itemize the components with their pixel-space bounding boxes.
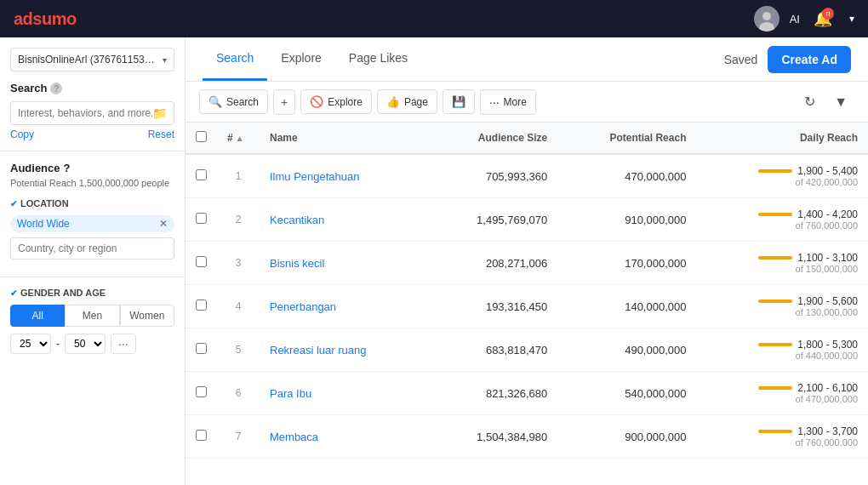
notification-bell[interactable]: 🔔 n xyxy=(810,6,836,31)
daily-of: of 420,000,000 xyxy=(796,177,858,187)
gender-age-section: ✔ GENDER AND AGE All Men Women 25182135 … xyxy=(0,288,185,354)
age-more-button[interactable]: ··· xyxy=(111,334,136,354)
table-row: 1 Ilmu Pengetahuan 705,993,360 470,000,0… xyxy=(186,154,868,198)
row-name[interactable]: Rekreasi luar ruang xyxy=(260,328,427,372)
select-all-checkbox[interactable] xyxy=(196,131,207,142)
row-num: 4 xyxy=(217,285,260,328)
row-name[interactable]: Ilmu Pengetahuan xyxy=(260,154,427,198)
avatar[interactable] xyxy=(754,6,779,31)
row-checkbox-cell xyxy=(186,198,217,242)
row-daily-reach: 1,800 - 5,300 of 440,000,000 xyxy=(696,328,868,372)
reach-bar xyxy=(758,213,792,216)
account-selector[interactable]: BisnisOnlineArl (3767611530948... ▾ xyxy=(10,48,174,71)
age-to-select[interactable]: 50354565 xyxy=(65,334,106,354)
row-name[interactable]: Membaca xyxy=(260,415,427,459)
row-checkbox[interactable] xyxy=(196,213,207,224)
row-checkbox-cell xyxy=(186,242,217,285)
row-name[interactable]: Bisnis kecil xyxy=(260,242,427,285)
row-num: 1 xyxy=(217,154,260,198)
search-label: Search ? xyxy=(10,82,174,94)
row-checkbox-cell xyxy=(186,415,217,459)
row-name[interactable]: Kecantikan xyxy=(260,198,427,242)
row-num: 2 xyxy=(217,198,260,242)
toolbar-save-button[interactable]: 💾 xyxy=(443,89,475,114)
svg-point-1 xyxy=(762,12,771,20)
notification-badge: n xyxy=(822,8,834,20)
row-num: 6 xyxy=(217,372,260,415)
th-potential-reach[interactable]: Potential Reach xyxy=(557,123,696,154)
daily-of: of 130,000,000 xyxy=(796,307,858,317)
toolbar-explore-button[interactable]: 🚫 Explore xyxy=(300,89,372,114)
gender-all-button[interactable]: All xyxy=(10,305,65,327)
row-checkbox[interactable] xyxy=(196,169,207,180)
gender-arrow-icon: ✔ xyxy=(10,288,17,298)
saved-button[interactable]: Saved xyxy=(724,53,758,66)
th-checkbox xyxy=(186,123,217,154)
app-logo: adsumo xyxy=(14,9,77,29)
th-daily-reach[interactable]: Daily Reach xyxy=(696,123,868,154)
row-audience-size: 683,818,470 xyxy=(427,328,557,372)
age-row: 25182135 - 50354565 ··· xyxy=(10,334,174,354)
location-arrow-icon: ✔ xyxy=(10,199,17,208)
thumbsup-icon: 👍 xyxy=(386,95,400,108)
country-input[interactable] xyxy=(10,237,174,260)
row-checkbox-cell xyxy=(186,154,217,198)
gender-men-button[interactable]: Men xyxy=(65,305,119,327)
gender-buttons: All Men Women xyxy=(10,305,174,327)
divider-2 xyxy=(0,277,185,277)
toolbar-add-button[interactable]: + xyxy=(273,89,295,115)
row-name[interactable]: Penerbangan xyxy=(260,285,427,328)
toolbar-filter-button[interactable]: ▼ xyxy=(827,89,854,115)
audience-help-icon: ? xyxy=(64,162,71,174)
reset-button[interactable]: Reset xyxy=(148,128,174,140)
interest-search-input[interactable] xyxy=(18,107,152,119)
toolbar-search-button[interactable]: 🔍 Search xyxy=(199,89,268,114)
reach-bar xyxy=(758,386,792,390)
daily-range: 1,800 - 5,300 xyxy=(797,339,858,351)
row-num: 5 xyxy=(217,328,260,372)
tab-search[interactable]: Search xyxy=(203,37,267,81)
audience-reach: Potential Reach 1,500,000,000 people xyxy=(10,178,174,188)
table-row: 6 Para Ibu 821,326,680 540,000,000 2,100… xyxy=(186,372,868,415)
daily-range: 1,900 - 5,400 xyxy=(797,165,858,177)
location-tag: World Wide ✕ xyxy=(10,215,174,232)
th-audience-size[interactable]: Audience Size xyxy=(427,123,557,154)
toolbar: 🔍 Search + 🚫 Explore 👍 Page 💾 ··· More ↻ xyxy=(186,82,868,123)
toolbar-more-button[interactable]: ··· More xyxy=(480,89,536,115)
results-table: #▲ Name Audience Size Potential Reach Da… xyxy=(186,123,868,459)
th-name[interactable]: Name xyxy=(260,123,427,154)
filter-icon: ▼ xyxy=(834,94,848,109)
gender-women-button[interactable]: Women xyxy=(120,305,174,327)
tab-explore[interactable]: Explore xyxy=(267,37,334,81)
daily-range: 2,100 - 6,100 xyxy=(797,382,858,394)
row-daily-reach: 1,900 - 5,400 of 420,000,000 xyxy=(696,154,868,198)
copy-button[interactable]: Copy xyxy=(10,128,34,140)
create-ad-button[interactable]: Create Ad xyxy=(768,46,851,73)
toolbar-refresh-button[interactable]: ↻ xyxy=(797,88,822,115)
row-potential-reach: 470,000,000 xyxy=(557,154,696,198)
table-body: 1 Ilmu Pengetahuan 705,993,360 470,000,0… xyxy=(186,154,868,459)
age-from-select[interactable]: 25182135 xyxy=(10,334,51,354)
tab-page-likes[interactable]: Page Likes xyxy=(335,37,421,81)
daily-range: 1,100 - 3,100 xyxy=(797,252,858,264)
th-num[interactable]: #▲ xyxy=(217,123,260,154)
row-checkbox[interactable] xyxy=(196,386,207,397)
daily-of: of 440,000,000 xyxy=(796,351,858,361)
search-help-icon: ? xyxy=(50,83,62,94)
row-checkbox[interactable] xyxy=(196,256,207,267)
account-chevron-icon: ▾ xyxy=(163,55,167,65)
row-daily-reach: 1,300 - 3,700 of 760,000,000 xyxy=(696,415,868,459)
folder-icon[interactable]: 📁 xyxy=(152,106,167,120)
row-checkbox[interactable] xyxy=(196,343,207,354)
toolbar-page-button[interactable]: 👍 Page xyxy=(377,89,437,114)
table-header: #▲ Name Audience Size Potential Reach Da… xyxy=(186,123,868,154)
nav-chevron-icon[interactable]: ▾ xyxy=(849,13,854,25)
reach-bar xyxy=(758,169,792,173)
row-checkbox[interactable] xyxy=(196,430,207,441)
location-section: ✔ LOCATION World Wide ✕ xyxy=(0,198,185,266)
reach-bar xyxy=(758,256,792,260)
location-tag-close-icon[interactable]: ✕ xyxy=(159,218,168,230)
row-name[interactable]: Para Ibu xyxy=(260,372,427,415)
row-checkbox[interactable] xyxy=(196,300,207,311)
refresh-icon: ↻ xyxy=(804,94,815,109)
